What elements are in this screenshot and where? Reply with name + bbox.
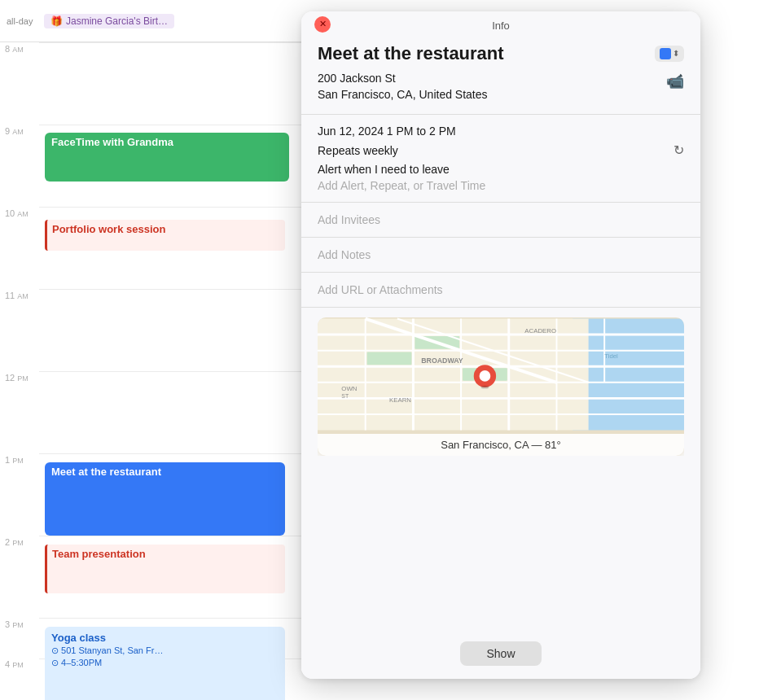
portfolio-event-label: Portfolio work session <box>52 223 165 235</box>
time-label-11am: 11 AM <box>5 291 29 300</box>
invitees-section[interactable]: Add Invitees <box>301 203 700 238</box>
meet-event[interactable]: Meet at the restaurant <box>45 462 285 536</box>
yoga-location: ⊙ 501 Stanyan St, San Fr… <box>51 645 279 656</box>
birthday-event-label: Jasmine Garcia's Birt… <box>66 15 168 27</box>
location-row: 200 Jackson St San Francisco, CA, United… <box>318 71 684 103</box>
color-dot <box>660 48 671 59</box>
event-title-row: Meet at the restaurant ⬍ <box>318 43 684 64</box>
close-button[interactable]: ✕ <box>314 16 331 33</box>
grid-line-11am <box>39 289 301 290</box>
add-url-text: Add URL or Attachments <box>318 283 443 296</box>
yoga-time: ⊙ 4–5:30PM <box>51 658 279 668</box>
grid-line-9am <box>39 125 301 125</box>
svg-text:OWN: OWN <box>341 385 357 392</box>
date-time: Jun 12, 2024 1 PM to 2 PM <box>318 125 684 138</box>
svg-point-26 <box>480 370 491 382</box>
location-line2: San Francisco, CA, United States <box>318 87 488 103</box>
popup-header: ✕ Info <box>301 11 700 37</box>
event-title-section: Meet at the restaurant ⬍ 200 Jackson St … <box>301 37 700 115</box>
grid-line-10am <box>39 207 301 208</box>
svg-text:ST: ST <box>341 394 349 400</box>
all-day-label: all-day <box>7 16 37 26</box>
svg-text:Tidel: Tidel <box>604 353 618 361</box>
svg-text:BROADWAY: BROADWAY <box>421 357 463 365</box>
team-event[interactable]: Team presentation <box>45 545 285 593</box>
chevron-updown-icon: ⬍ <box>673 50 679 58</box>
yoga-event-title: Yoga class <box>51 632 279 644</box>
facetime-event-label: FaceTime with Grandma <box>51 136 173 148</box>
time-label-1pm: 1 PM <box>5 455 24 465</box>
location-text: 200 Jackson St San Francisco, CA, United… <box>318 71 488 103</box>
svg-text:ACADERO: ACADERO <box>524 327 556 335</box>
facetime-event[interactable]: FaceTime with Grandma <box>45 133 289 182</box>
grid-line-12pm <box>39 371 301 372</box>
time-label-8am: 8 AM <box>5 44 24 54</box>
add-alert-text: Add Alert, Repeat, or Travel Time <box>318 179 684 192</box>
notes-section[interactable]: Add Notes <box>301 238 700 273</box>
close-icon: ✕ <box>319 19 327 29</box>
portfolio-event[interactable]: Portfolio work session <box>45 220 285 251</box>
add-invitees-text: Add Invitees <box>318 213 380 226</box>
time-label-9am: 9 AM <box>5 126 24 136</box>
location-line1: 200 Jackson St <box>318 71 488 87</box>
map-container[interactable]: BROADWAY ACADERO OWN ST KEARN Tidel San … <box>318 317 684 456</box>
event-title: Meet at the restaurant <box>318 43 504 64</box>
birthday-event[interactable]: 🎁 Jasmine Garcia's Birt… <box>44 14 174 28</box>
color-picker-button[interactable]: ⬍ <box>655 46 684 62</box>
svg-text:KEARN: KEARN <box>389 396 411 404</box>
repeats-text: Repeats weekly <box>318 144 398 157</box>
svg-point-27 <box>481 386 489 389</box>
birthday-icon: 🎁 <box>50 15 63 27</box>
alert-text: Alert when I need to leave <box>318 163 684 176</box>
map-caption: San Francisco, CA — 81° <box>318 434 684 456</box>
yoga-event[interactable]: Yoga class ⊙ 501 Stanyan St, San Fr… ⊙ 4… <box>45 627 285 700</box>
popup-footer: Show <box>301 632 700 679</box>
repeats-row: Repeats weekly ↻ <box>318 142 684 158</box>
popup-title: Info <box>492 20 510 32</box>
time-label-4pm: 4 PM <box>5 659 24 669</box>
all-day-row: all-day 🎁 Jasmine Garcia's Birt… <box>0 0 301 42</box>
time-grid: 8 AM 9 AM 10 AM 11 AM 12 PM 1 PM 2 PM 3 … <box>0 42 301 700</box>
show-button[interactable]: Show <box>460 641 541 666</box>
video-camera-icon: 📹 <box>666 72 684 90</box>
grid-line-8am <box>39 42 301 43</box>
info-popup: ✕ Info Meet at the restaurant ⬍ 200 Jack… <box>301 11 700 679</box>
map-svg: BROADWAY ACADERO OWN ST KEARN Tidel <box>318 317 684 431</box>
grid-line-2pm <box>39 536 301 536</box>
time-label-2pm: 2 PM <box>5 537 24 547</box>
meet-event-label: Meet at the restaurant <box>51 466 161 478</box>
map-section: BROADWAY ACADERO OWN ST KEARN Tidel San … <box>301 308 700 632</box>
url-section[interactable]: Add URL or Attachments <box>301 273 700 308</box>
time-label-10am: 10 AM <box>5 208 29 218</box>
svg-rect-14 <box>367 352 412 365</box>
grid-line-3pm <box>39 618 301 619</box>
details-section: Jun 12, 2024 1 PM to 2 PM Repeats weekly… <box>301 115 700 203</box>
repeat-icon: ↻ <box>673 142 684 158</box>
time-label-12pm: 12 PM <box>5 373 29 383</box>
grid-line-1pm <box>39 453 301 454</box>
add-notes-text: Add Notes <box>318 248 371 261</box>
team-event-label: Team presentation <box>52 548 146 560</box>
time-label-3pm: 3 PM <box>5 619 24 629</box>
